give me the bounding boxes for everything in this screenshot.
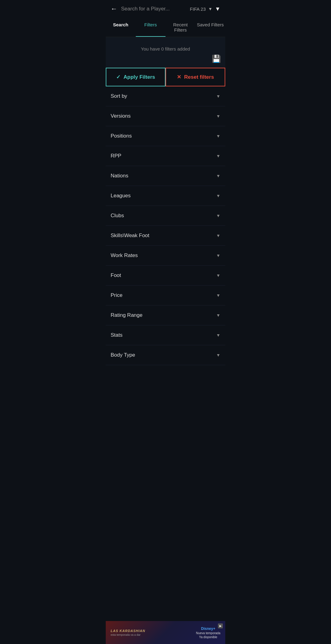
chevron-down-icon: ▼ (216, 173, 220, 178)
ad-season-text: Nueva temporada (196, 631, 221, 635)
chevron-down-icon: ▼ (216, 273, 220, 278)
x-icon: ✕ (177, 74, 181, 80)
ad-available-text: Ya disponible (199, 635, 217, 639)
tab-search[interactable]: Search (106, 18, 136, 37)
game-version-label: FIFA 23 (190, 6, 206, 12)
filter-item-leagues[interactable]: Leagues ▼ (106, 186, 225, 206)
ad-banner[interactable]: LAS KARDASHIAN esta temporada va a dar D… (106, 621, 225, 644)
filter-item-versions[interactable]: Versions ▼ (106, 106, 225, 126)
ad-right-content: Disney+ Nueva temporada Ya disponible (196, 627, 221, 639)
chevron-down-icon: ▼ (216, 333, 220, 338)
filter-item-nations[interactable]: Nations ▼ (106, 166, 225, 186)
filter-count-box: You have 0 filters added 💾 (106, 37, 225, 68)
tab-recent-filters[interactable]: Recent Filters (166, 18, 196, 37)
filter-item-foot[interactable]: Foot ▼ (106, 266, 225, 286)
filter-item-stats[interactable]: Stats ▼ (106, 325, 225, 345)
filter-list: Sort by ▼ Versions ▼ Positions ▼ RPP ▼ N… (106, 86, 225, 365)
ad-left-content: LAS KARDASHIAN esta temporada va a dar (111, 629, 145, 636)
ad-kardashian-text: LAS KARDASHIAN (111, 629, 145, 633)
chevron-down-icon: ▼ (216, 153, 220, 158)
filter-item-rpp[interactable]: RPP ▼ (106, 146, 225, 166)
tab-saved-filters[interactable]: Saved Filters (196, 18, 226, 37)
filter-item-body-type[interactable]: Body Type ▼ (106, 345, 225, 365)
check-icon: ✓ (116, 74, 120, 80)
chevron-down-icon: ▼ (216, 193, 220, 198)
chevron-down-icon: ▼ (216, 233, 220, 238)
ad-subtitle-text: esta temporada va a dar (111, 633, 145, 636)
chevron-down-icon: ▼ (216, 313, 220, 318)
apply-filters-button[interactable]: ✓ Apply Filters (106, 68, 166, 86)
filter-item-rating-range[interactable]: Rating Range ▼ (106, 305, 225, 325)
filter-item-work-rates[interactable]: Work Rates ▼ (106, 246, 225, 266)
chevron-down-icon: ▼ (216, 114, 220, 119)
filter-item-skills-weak-foot[interactable]: Skills\Weak Foot ▼ (106, 226, 225, 246)
filter-item-price[interactable]: Price ▼ (106, 286, 225, 305)
filter-item-positions[interactable]: Positions ▼ (106, 126, 225, 146)
chevron-down-icon: ▼ (216, 293, 220, 298)
ad-play-icon: ▶ (218, 623, 223, 628)
tabs-bar: Search Filters Recent Filters Saved Filt… (106, 18, 225, 37)
save-icon[interactable]: 💾 (212, 55, 221, 63)
header-right: FIFA 23 ▼ ▼ (190, 6, 220, 12)
reset-filters-button[interactable]: ✕ Reset filters (166, 68, 225, 86)
chevron-down-icon: ▼ (216, 253, 220, 258)
action-buttons: ✓ Apply Filters ✕ Reset filters (106, 68, 225, 86)
chevron-down-icon: ▼ (216, 134, 220, 138)
filter-item-clubs[interactable]: Clubs ▼ (106, 206, 225, 226)
chevron-down-icon: ▼ (216, 94, 220, 99)
filter-count-text: You have 0 filters added (111, 46, 220, 51)
disney-plus-logo: Disney+ (201, 627, 215, 631)
chevron-down-icon: ▼ (216, 353, 220, 358)
filter-funnel-icon[interactable]: ▼ (215, 6, 220, 12)
filter-item-sort-by[interactable]: Sort by ▼ (106, 86, 225, 106)
tab-filters[interactable]: Filters (136, 18, 166, 37)
header: ← Search for a Player... FIFA 23 ▼ ▼ (106, 0, 225, 18)
game-version-chevron-icon[interactable]: ▼ (208, 6, 212, 11)
back-button[interactable]: ← (111, 5, 117, 13)
search-placeholder: Search for a Player... (121, 6, 186, 12)
chevron-down-icon: ▼ (216, 213, 220, 218)
